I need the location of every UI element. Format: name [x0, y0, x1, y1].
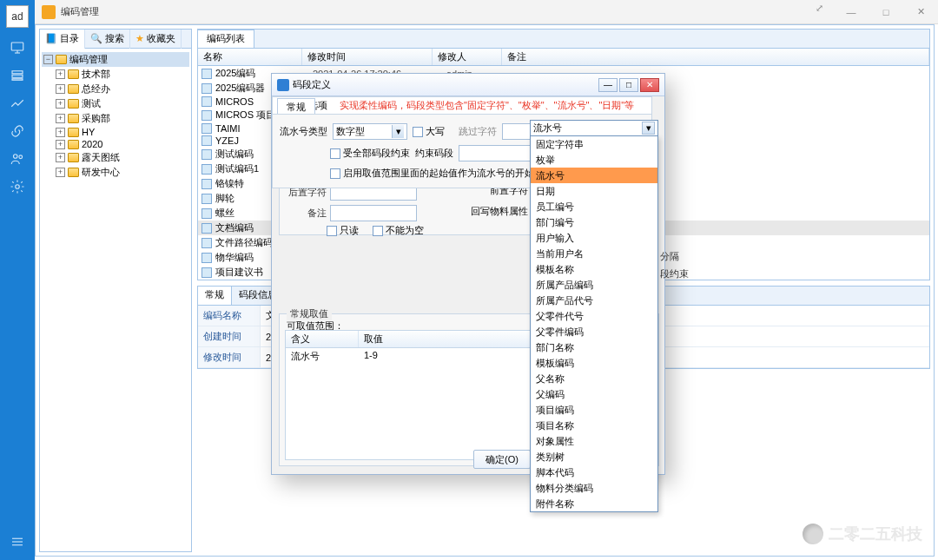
combo-option[interactable]: 所属产品编码 [531, 277, 657, 293]
combo-option[interactable]: 物料分类编码 [531, 480, 657, 496]
combo-option[interactable]: 员工编号 [531, 199, 657, 214]
folder-icon [68, 84, 79, 94]
doc-icon [201, 238, 212, 248]
monitor-icon[interactable] [10, 40, 25, 56]
app-title: 编码管理 [61, 5, 99, 18]
folder-icon [56, 55, 67, 64]
combo-option[interactable]: 用户输入 [531, 230, 657, 246]
tree-node[interactable]: +露天图纸 [54, 150, 189, 165]
combo-option[interactable]: 固定字符串 [531, 136, 657, 152]
tree-node[interactable]: +2020 [54, 138, 189, 150]
doc-icon [201, 69, 212, 79]
remark-input[interactable] [330, 205, 417, 221]
window-minimize-button[interactable]: — [834, 0, 869, 24]
dialog-max-button[interactable]: □ [619, 78, 638, 92]
tab-directory[interactable]: 📘目录 [40, 30, 85, 49]
serial-type-select[interactable]: 数字型▾ [333, 123, 407, 140]
combo-option[interactable]: 附件名称 [531, 496, 657, 511]
tab-encoding-list[interactable]: 编码列表 [198, 30, 254, 48]
combo-option[interactable]: 父零件编码 [531, 324, 657, 339]
tree-node[interactable]: +研发中心 [54, 165, 189, 180]
chevron-down-icon[interactable]: ▾ [642, 122, 655, 135]
doc-icon [201, 223, 212, 234]
expand-icon[interactable]: + [56, 140, 65, 149]
tree-root[interactable]: −编码管理 [42, 52, 189, 67]
expand-icon[interactable]: + [56, 84, 65, 94]
svg-point-6 [14, 155, 18, 159]
combo-option[interactable]: 枚举 [531, 152, 657, 168]
tab-search[interactable]: 🔍搜索 [85, 30, 130, 49]
combo-option[interactable]: 部门编号 [531, 214, 657, 230]
dialog-title: 码段定义 [293, 78, 331, 91]
combo-option[interactable]: 流水号 [531, 168, 657, 183]
watermark: 二零二五科技 [803, 524, 922, 544]
folder-icon [68, 128, 79, 137]
dialog-close-button[interactable]: ✕ [640, 78, 659, 92]
link-icon[interactable] [10, 123, 25, 139]
col-remark[interactable]: 备注 [502, 49, 929, 65]
search-icon: 🔍 [90, 33, 102, 44]
window-popout-button[interactable]: ⤢ [804, 0, 834, 17]
doc-icon [201, 135, 212, 146]
tree-node[interactable]: +采购部 [54, 111, 189, 126]
star-icon: ★ [135, 33, 144, 44]
combo-option[interactable]: 项目编码 [531, 402, 657, 418]
combo-option[interactable]: 模板名称 [531, 261, 657, 277]
window-maximize-button[interactable]: □ [869, 0, 903, 24]
hamburger-icon[interactable] [10, 534, 25, 550]
combo-option[interactable]: 项目名称 [531, 418, 657, 433]
notempty-checkbox[interactable]: 不能为空 [373, 224, 424, 237]
dialog-tab-general[interactable]: 常规 [277, 98, 315, 115]
combo-option[interactable]: 所属产品代号 [531, 293, 657, 308]
expand-icon[interactable]: + [56, 69, 65, 79]
collapse-icon[interactable]: − [43, 55, 53, 64]
doc-icon [201, 253, 212, 263]
expand-icon[interactable]: + [56, 99, 65, 109]
combo-option[interactable]: 当前用户名 [531, 246, 657, 261]
svg-rect-3 [12, 71, 23, 74]
tab-favorites[interactable]: ★收藏夹 [130, 30, 182, 49]
chart-icon[interactable] [10, 96, 25, 111]
expand-icon[interactable]: + [56, 128, 65, 137]
all-constraint-checkbox[interactable]: 受全部码段约束 [330, 147, 410, 160]
tree-node[interactable]: +测试 [54, 96, 189, 111]
folder-icon [68, 99, 79, 109]
dialog-min-button[interactable]: — [598, 78, 618, 92]
col-name[interactable]: 名称 [198, 49, 302, 65]
combo-option[interactable]: 模板编码 [531, 355, 657, 371]
combo-option[interactable]: 父零件代号 [531, 308, 657, 324]
tree-node[interactable]: +技术部 [54, 67, 189, 82]
stack-icon[interactable] [10, 68, 25, 83]
expand-icon[interactable]: + [56, 114, 65, 123]
uppercase-checkbox[interactable]: 大写 [413, 125, 445, 138]
dialog-titlebar[interactable]: 码段定义 — □ ✕ [272, 74, 664, 96]
doc-icon [201, 179, 212, 189]
window-close-button[interactable]: ✕ [903, 0, 938, 24]
expand-icon[interactable]: + [56, 168, 65, 177]
combo-option[interactable]: 父编码 [531, 386, 657, 402]
col-user[interactable]: 修改人 [433, 49, 502, 65]
doc-icon [201, 83, 212, 94]
gear-icon[interactable] [10, 179, 25, 194]
tree-node[interactable]: +HY [54, 126, 189, 138]
expand-icon[interactable]: + [56, 153, 65, 162]
list-tabs: 编码列表 [197, 29, 930, 48]
combo-option[interactable]: 部门名称 [531, 339, 657, 355]
left-panel: 📘目录 🔍搜索 ★收藏夹 −编码管理 +技术部+总经办+测试+采购部+HY+20… [39, 29, 192, 552]
combo-option[interactable]: 日期 [531, 183, 657, 199]
app-icon [42, 5, 56, 19]
type-combobox[interactable]: 流水号 ▾ [530, 120, 658, 136]
combo-option[interactable]: 类别树 [531, 449, 657, 464]
ok-button[interactable]: 确定(O) [473, 450, 531, 469]
tab-general[interactable]: 常规 [198, 287, 232, 305]
combo-option[interactable]: 脚本代码 [531, 464, 657, 480]
doc-icon [201, 123, 212, 134]
tree-node[interactable]: +总经办 [54, 82, 189, 96]
readonly-checkbox[interactable]: 只读 [327, 224, 359, 237]
svg-rect-4 [12, 75, 23, 77]
col-mtime[interactable]: 修改时间 [302, 49, 433, 65]
combo-option[interactable]: 父名称 [531, 371, 657, 386]
users-icon[interactable] [10, 151, 25, 167]
combo-option[interactable]: 对象属性 [531, 433, 657, 449]
use-start-checkbox[interactable]: 启用取值范围里面的起始值作为流水号的开始值 [330, 167, 544, 180]
